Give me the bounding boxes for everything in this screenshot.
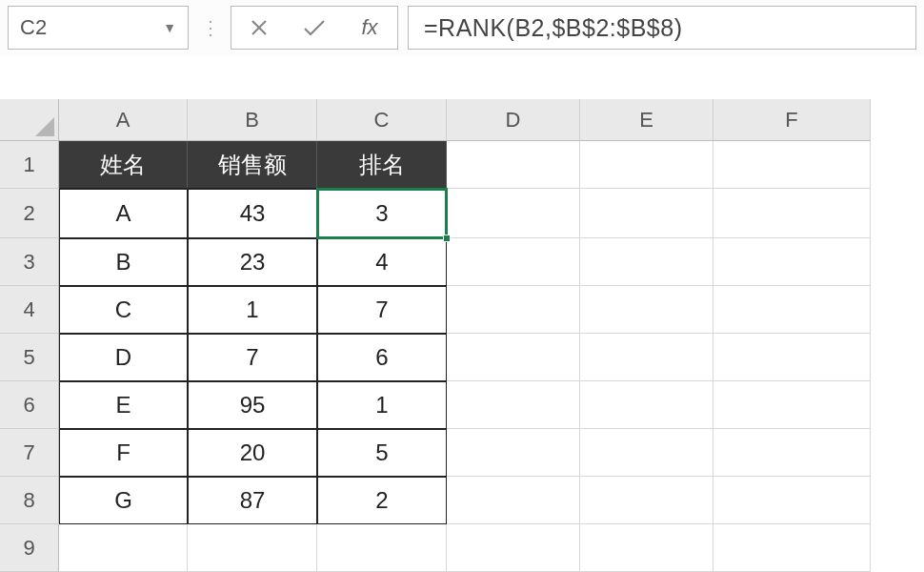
cell-D6[interactable] xyxy=(447,381,580,429)
cell-F7[interactable] xyxy=(713,429,871,477)
cell-B7[interactable]: 20 xyxy=(188,429,317,477)
cell-A7[interactable]: F xyxy=(59,429,188,477)
formula-bar: C2 ▼ ⋮ fx =RANK(B2,$B$2:$B$8) xyxy=(0,0,924,55)
formula-bar-buttons: fx xyxy=(231,6,398,50)
name-box[interactable]: C2 ▼ xyxy=(8,6,189,50)
cell-E9[interactable] xyxy=(580,524,713,572)
cell-B5[interactable]: 7 xyxy=(188,334,317,381)
cell-F8[interactable] xyxy=(713,477,871,524)
cell-A4[interactable]: C xyxy=(59,286,188,334)
cell-B4[interactable]: 1 xyxy=(188,286,317,334)
row-header-9[interactable]: 9 xyxy=(0,524,59,572)
row-header-2[interactable]: 2 xyxy=(0,189,59,238)
row-header-8[interactable]: 8 xyxy=(0,477,59,524)
column-header-F[interactable]: F xyxy=(713,99,871,141)
cell-C1[interactable]: 排名 xyxy=(317,141,447,189)
column-headers: ABCDEF xyxy=(59,99,871,141)
cell-D5[interactable] xyxy=(447,334,580,381)
cell-A8[interactable]: G xyxy=(59,477,188,524)
cell-B8[interactable]: 87 xyxy=(188,477,317,524)
cell-D1[interactable] xyxy=(447,141,580,189)
cell-C8[interactable]: 2 xyxy=(317,477,447,524)
cell-C3[interactable]: 4 xyxy=(317,238,447,286)
select-all-corner[interactable] xyxy=(0,99,59,141)
cell-B9[interactable] xyxy=(188,524,317,572)
column-header-B[interactable]: B xyxy=(188,99,317,141)
column-header-C[interactable]: C xyxy=(317,99,447,141)
cell-C7[interactable]: 5 xyxy=(317,429,447,477)
cell-F6[interactable] xyxy=(713,381,871,429)
row-headers: 123456789 xyxy=(0,141,59,572)
cell-A2[interactable]: A xyxy=(59,189,188,238)
formula-text: =RANK(B2,$B$2:$B$8) xyxy=(424,14,682,42)
cancel-icon[interactable] xyxy=(231,7,287,49)
cell-D7[interactable] xyxy=(447,429,580,477)
cell-D2[interactable] xyxy=(447,189,580,238)
formula-bar-separator: ⋮ xyxy=(198,16,221,39)
cell-E5[interactable] xyxy=(580,334,713,381)
column-header-D[interactable]: D xyxy=(447,99,580,141)
cell-C9[interactable] xyxy=(317,524,447,572)
cell-F4[interactable] xyxy=(713,286,871,334)
cell-A6[interactable]: E xyxy=(59,381,188,429)
row-header-6[interactable]: 6 xyxy=(0,381,59,429)
cell-D9[interactable] xyxy=(447,524,580,572)
row-header-4[interactable]: 4 xyxy=(0,286,59,334)
row-header-7[interactable]: 7 xyxy=(0,429,59,477)
cell-D3[interactable] xyxy=(447,238,580,286)
formula-input[interactable]: =RANK(B2,$B$2:$B$8) xyxy=(408,6,916,50)
cell-B2[interactable]: 43 xyxy=(188,189,317,238)
cell-B1[interactable]: 销售额 xyxy=(188,141,317,189)
cell-A1[interactable]: 姓名 xyxy=(59,141,188,189)
cell-F5[interactable] xyxy=(713,334,871,381)
cell-C5[interactable]: 6 xyxy=(317,334,447,381)
cell-F9[interactable] xyxy=(713,524,871,572)
cell-D4[interactable] xyxy=(447,286,580,334)
cell-E8[interactable] xyxy=(580,477,713,524)
row-header-1[interactable]: 1 xyxy=(0,141,59,189)
cell-A3[interactable]: B xyxy=(59,238,188,286)
cell-C4[interactable]: 7 xyxy=(317,286,447,334)
cell-B6[interactable]: 95 xyxy=(188,381,317,429)
cell-C6[interactable]: 1 xyxy=(317,381,447,429)
column-header-E[interactable]: E xyxy=(580,99,713,141)
cell-C2[interactable]: 3 xyxy=(317,189,447,238)
column-header-A[interactable]: A xyxy=(59,99,188,141)
cell-B3[interactable]: 23 xyxy=(188,238,317,286)
fill-handle[interactable] xyxy=(443,235,451,242)
cell-E1[interactable] xyxy=(580,141,713,189)
cell-E2[interactable] xyxy=(580,189,713,238)
cell-E6[interactable] xyxy=(580,381,713,429)
dropdown-icon[interactable]: ▼ xyxy=(163,20,176,35)
cell-E3[interactable] xyxy=(580,238,713,286)
row-header-3[interactable]: 3 xyxy=(0,238,59,286)
cell-F3[interactable] xyxy=(713,238,871,286)
cells-area: 姓名销售额排名A433B234C17D76E951F205G872 xyxy=(59,141,871,572)
cell-E7[interactable] xyxy=(580,429,713,477)
cell-F1[interactable] xyxy=(713,141,871,189)
cell-F2[interactable] xyxy=(713,189,871,238)
name-box-value: C2 xyxy=(20,15,47,40)
cell-E4[interactable] xyxy=(580,286,713,334)
enter-icon[interactable] xyxy=(287,7,342,49)
cell-A5[interactable]: D xyxy=(59,334,188,381)
row-header-5[interactable]: 5 xyxy=(0,334,59,381)
cell-D8[interactable] xyxy=(447,477,580,524)
fx-icon[interactable]: fx xyxy=(342,7,397,49)
cell-A9[interactable] xyxy=(59,524,188,572)
